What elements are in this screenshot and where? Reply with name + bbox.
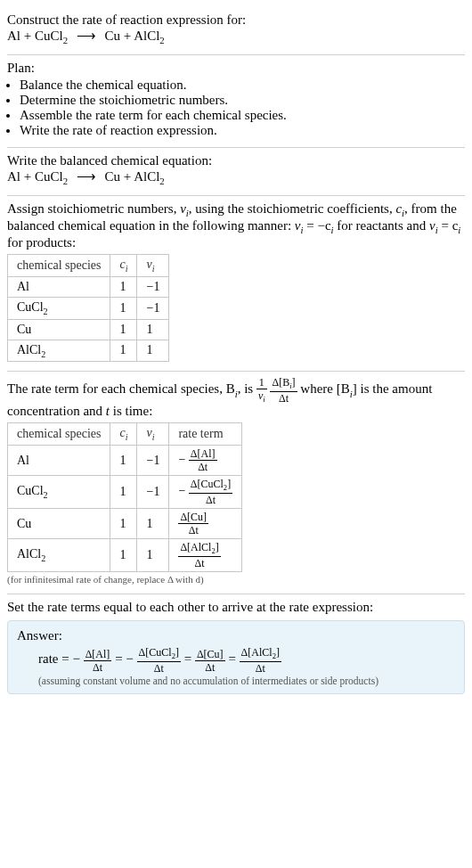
arrow-icon: ⟶ (71, 169, 102, 184)
cell-species: Al (8, 276, 110, 297)
rate-frac: Δ[CuCl2] Δt (137, 647, 181, 674)
th-species: chemical species (8, 255, 110, 277)
plan-item: Assemble the rate term for each chemical… (20, 108, 465, 123)
intro-eq-lhs: Al + CuCl (7, 29, 63, 43)
cell-nu: 1 (137, 319, 169, 340)
eq: = (228, 652, 239, 667)
cell-nu: 1 (137, 539, 169, 572)
nu: ν (429, 218, 435, 233)
species-sub: 2 (41, 553, 45, 563)
num: 1 (256, 377, 267, 389)
den: νi (256, 389, 267, 404)
cell-c: 1 (110, 340, 137, 362)
cell-c: 1 (110, 276, 137, 297)
n1: Δ[CuCl (191, 478, 224, 490)
arrow-icon: ⟶ (71, 29, 102, 43)
balanced-section: Write the balanced chemical equation: Al… (7, 148, 465, 196)
den: Δt (195, 661, 225, 673)
cell-nu: −1 (137, 476, 169, 509)
cell-species: Cu (8, 509, 110, 539)
text: = −c (303, 218, 330, 233)
rate-frac: Δ[Cu] Δt (195, 649, 225, 673)
text: , using the stoichiometric coefficients, (189, 201, 396, 216)
text: for reactants and (334, 218, 429, 233)
n2: ] (276, 646, 280, 659)
intro-prompt: Construct the rate of reaction expressio… (7, 12, 465, 28)
answer-rate-expression: rate = − Δ[Al] Δt = − Δ[CuCl2] Δt = Δ[Cu… (38, 647, 455, 674)
rate-frac: Δ[AlCl2] Δt (240, 647, 281, 674)
species: AlCl (17, 547, 41, 561)
neg: − (178, 453, 185, 466)
species: Al (17, 280, 29, 293)
den: Δt (270, 392, 297, 404)
rate-frac: Δ[Al] Δt (84, 649, 112, 673)
cell-nu: −1 (137, 297, 169, 319)
intro-eq-sub2: 2 (159, 35, 164, 45)
cell-rate: − Δ[CuCl2] Δt (169, 476, 242, 509)
rate-frac: Δ[AlCl2] Δt (178, 542, 220, 569)
plan-item: Write the rate of reaction expression. (20, 123, 465, 138)
answer-note: (assuming constant volume and no accumul… (38, 676, 455, 686)
rate-frac: Δ[Cu] Δt (178, 512, 208, 536)
table-row: Al 1 −1 (8, 276, 169, 297)
text: , is (238, 382, 256, 397)
species-sub: 2 (44, 490, 48, 500)
cell-rate: Δ[Cu] Δt (169, 509, 242, 539)
stoich-text: Assign stoichiometric numbers, νi, using… (7, 201, 465, 250)
plan-item: Determine the stoichiometric numbers. (20, 93, 465, 108)
table-row: Cu 1 1 (8, 319, 169, 340)
num: Δ[Al] (84, 649, 112, 661)
final-title: Set the rate terms equal to each other t… (7, 600, 465, 615)
num: Δ[Cu] (195, 649, 225, 661)
rate-frac: Δ[Al] Δt (189, 448, 217, 472)
cell-c: 1 (110, 297, 137, 319)
n2: ] (175, 646, 179, 659)
table-row: Cu 1 1 Δ[Cu] Δt (8, 509, 242, 539)
cell-species: Al (8, 446, 110, 476)
species: AlCl (17, 343, 41, 356)
table-row: AlCl2 1 1 (8, 340, 169, 362)
cell-rate: Δ[AlCl2] Δt (169, 539, 242, 572)
num: Δ[AlCl2] (178, 542, 220, 557)
balanced-eq-lhs: Al + CuCl (7, 169, 63, 184)
species: CuCl (17, 300, 44, 314)
den: Δt (189, 494, 232, 505)
cell-c: 1 (110, 539, 137, 572)
plan-title: Plan: (7, 61, 465, 76)
balanced-eq-sub1: 2 (63, 176, 68, 186)
n2: ] (216, 541, 219, 553)
cell-species: CuCl2 (8, 297, 110, 319)
num: Δ[CuCl2] (189, 479, 232, 494)
th-nu: νi (137, 255, 169, 277)
balanced-eq-sub2: 2 (159, 176, 164, 186)
den: Δt (240, 662, 281, 674)
n1: Δ[CuCl (139, 646, 172, 659)
num: Δ[CuCl2] (137, 647, 181, 662)
cell-c: 1 (110, 446, 137, 476)
i-sub: i (152, 432, 155, 442)
table-row: AlCl2 1 1 Δ[AlCl2] Δt (8, 539, 242, 572)
text: = c (438, 218, 459, 233)
rateterm-table: chemical species ci νi rate term Al 1 −1… (7, 422, 242, 572)
i-sub: i (263, 396, 264, 405)
cell-species: CuCl2 (8, 476, 110, 509)
den: Δt (137, 662, 181, 674)
neg: − (72, 652, 79, 667)
species: CuCl (17, 484, 44, 497)
num: Δ[Bi] (270, 377, 297, 392)
balanced-equation: Al + CuCl2 ⟶ Cu + AlCl2 (7, 168, 465, 186)
cell-rate: − Δ[Al] Δt (169, 446, 242, 476)
cell-nu: 1 (137, 509, 169, 539)
cell-species: AlCl2 (8, 340, 110, 362)
i-sub: i (126, 432, 128, 442)
stoich-section: Assign stoichiometric numbers, νi, using… (7, 196, 465, 372)
table-row: CuCl2 1 −1 − Δ[CuCl2] Δt (8, 476, 242, 509)
n1: Δ[AlCl (180, 541, 211, 553)
rateterm-text: The rate term for each chemical species,… (7, 377, 465, 419)
species: Cu (17, 517, 31, 530)
text: The rate term for each chemical species,… (7, 382, 235, 397)
th-rate: rate term (169, 423, 242, 446)
dB2: ] (292, 376, 296, 389)
table-header-row: chemical species ci νi rate term (8, 423, 242, 446)
den: Δt (178, 557, 220, 569)
